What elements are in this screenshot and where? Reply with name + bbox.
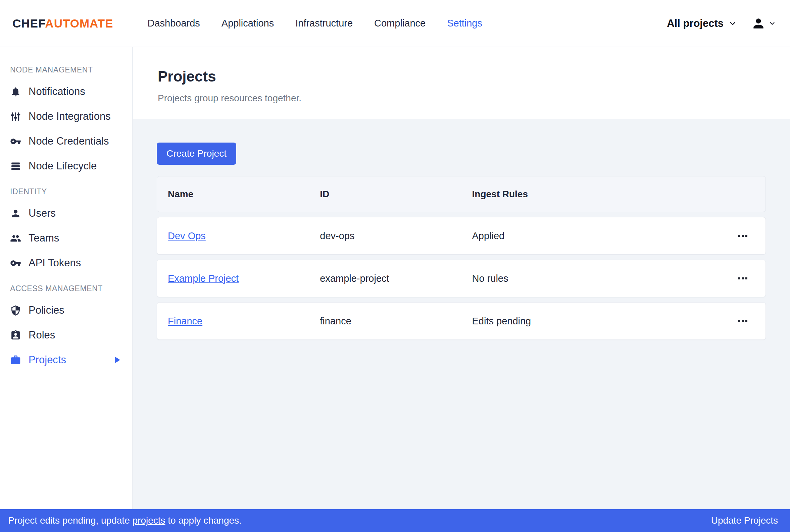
sidebar-item-label: Node Lifecycle — [29, 160, 97, 172]
banner-projects-link[interactable]: projects — [132, 515, 165, 526]
column-header-id: ID — [309, 189, 461, 200]
more-options-icon[interactable] — [735, 317, 750, 325]
project-name-cell: Dev Ops — [157, 230, 309, 242]
sidebar-item-label: Teams — [29, 232, 59, 244]
row-actions-cell — [705, 275, 766, 282]
sidebar-section-node-management: NODE MANAGEMENT — [10, 65, 132, 74]
chevron-down-icon — [728, 19, 737, 28]
bell-icon — [10, 86, 21, 97]
table-row: Example Project example-project No rules — [157, 260, 766, 297]
sidebar-item-label: Node Credentials — [29, 135, 109, 147]
row-actions-cell — [705, 232, 766, 240]
chef-automate-logo: CHEFAUTOMATE — [13, 17, 113, 30]
top-navigation: Dashboards Applications Infrastructure C… — [147, 18, 482, 29]
logo-chef-text: CHEF — [13, 17, 45, 30]
nav-infrastructure[interactable]: Infrastructure — [295, 18, 353, 29]
sidebar-item-label: Users — [29, 207, 56, 220]
column-header-ingest-rules: Ingest Rules — [462, 189, 705, 200]
more-options-icon[interactable] — [735, 232, 750, 240]
projects-panel: Create Project Name ID Ingest Rules Dev … — [133, 119, 790, 509]
sidebar-item-node-credentials[interactable]: Node Credentials — [0, 129, 132, 154]
settings-sidebar: NODE MANAGEMENT Notifications Node Integ… — [0, 47, 133, 509]
ingest-rules-cell: Edits pending — [462, 316, 705, 327]
projects-filter-dropdown[interactable]: All projects — [667, 17, 737, 30]
sidebar-item-node-lifecycle[interactable]: Node Lifecycle — [0, 154, 132, 178]
row-actions-cell — [705, 317, 766, 325]
sidebar-item-teams[interactable]: Teams — [0, 226, 132, 251]
projects-table-header: Name ID Ingest Rules — [157, 176, 766, 212]
update-projects-button[interactable]: Update Projects — [711, 515, 778, 526]
logo-automate-text: AUTOMATE — [45, 17, 113, 30]
sidebar-item-roles[interactable]: Roles — [0, 323, 132, 347]
sidebar-item-label: API Tokens — [29, 257, 81, 269]
sidebar-item-label: Node Integrations — [29, 110, 111, 122]
sidebar-item-policies[interactable]: Policies — [0, 298, 132, 323]
sidebar-item-label: Policies — [29, 304, 64, 316]
nav-applications[interactable]: Applications — [222, 18, 274, 29]
people-icon — [10, 233, 21, 244]
ingest-rules-cell: Applied — [462, 230, 705, 242]
sidebar-item-label: Projects — [29, 354, 66, 366]
banner-message-suffix: to apply changes. — [166, 515, 242, 526]
table-row: Finance finance Edits pending — [157, 302, 766, 340]
user-avatar-icon — [751, 16, 766, 31]
briefcase-icon — [10, 355, 21, 366]
project-link[interactable]: Finance — [168, 316, 202, 326]
project-link[interactable]: Example Project — [168, 273, 239, 284]
sidebar-item-users[interactable]: Users — [0, 201, 132, 226]
triangle-right-icon[interactable] — [115, 357, 120, 363]
sidebar-item-projects[interactable]: Projects — [0, 347, 132, 372]
sidebar-item-notifications[interactable]: Notifications — [0, 79, 132, 104]
main-content: Projects Projects group resources togeth… — [133, 47, 790, 509]
project-id-cell: example-project — [309, 273, 461, 284]
header-right-controls: All projects — [667, 16, 776, 31]
create-project-button[interactable]: Create Project — [157, 142, 236, 165]
page-title: Projects — [158, 68, 766, 85]
more-options-icon[interactable] — [735, 275, 750, 282]
page-header: Projects Projects group resources togeth… — [133, 47, 790, 119]
key-icon — [10, 258, 21, 269]
page-subtitle: Projects group resources together. — [158, 93, 766, 103]
projects-filter-label: All projects — [667, 17, 723, 30]
sidebar-item-label: Roles — [29, 329, 55, 341]
project-name-cell: Finance — [157, 316, 309, 327]
badge-icon — [10, 330, 21, 341]
stack-icon — [10, 161, 21, 172]
table-row: Dev Ops dev-ops Applied — [157, 217, 766, 254]
person-icon — [10, 208, 21, 219]
ingest-rules-cell: No rules — [462, 273, 705, 284]
chevron-down-icon — [769, 20, 776, 27]
sidebar-item-api-tokens[interactable]: API Tokens — [0, 251, 132, 276]
banner-message: Project edits pending, update projects t… — [8, 515, 242, 526]
sidebar-section-access-management: ACCESS MANAGEMENT — [10, 284, 132, 293]
sidebar-item-label: Notifications — [29, 86, 85, 98]
pending-edits-banner: Project edits pending, update projects t… — [0, 509, 790, 532]
nav-dashboards[interactable]: Dashboards — [147, 18, 200, 29]
project-id-cell: dev-ops — [309, 230, 461, 242]
banner-message-prefix: Project edits pending, update — [8, 515, 132, 526]
nav-compliance[interactable]: Compliance — [374, 18, 426, 29]
user-menu[interactable] — [751, 16, 776, 31]
sidebar-item-node-integrations[interactable]: Node Integrations — [0, 104, 132, 129]
nav-settings[interactable]: Settings — [447, 18, 482, 29]
project-id-cell: finance — [309, 316, 461, 327]
shield-icon — [10, 305, 21, 316]
sidebar-section-identity: IDENTITY — [10, 187, 132, 196]
project-link[interactable]: Dev Ops — [168, 230, 206, 241]
key-icon — [10, 136, 21, 147]
sliders-icon — [10, 111, 21, 122]
column-header-name: Name — [157, 189, 309, 200]
project-name-cell: Example Project — [157, 273, 309, 284]
app-header: CHEFAUTOMATE Dashboards Applications Inf… — [0, 0, 790, 47]
